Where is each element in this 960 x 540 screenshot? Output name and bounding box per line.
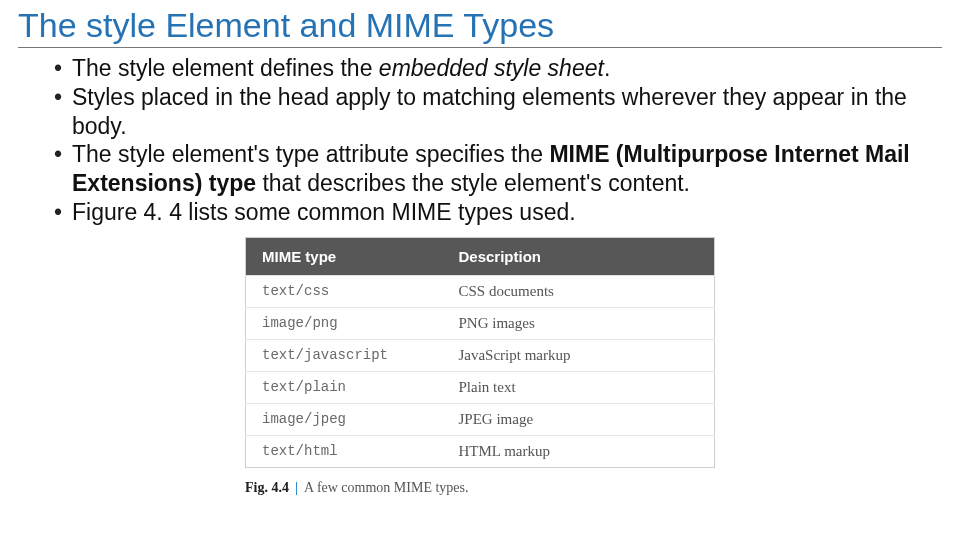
bullet-text: that describes the style element's conte…	[256, 170, 690, 196]
bullet-item: The style element's type attribute speci…	[54, 140, 942, 198]
table-header-row: MIME type Description	[246, 237, 715, 275]
desc-cell: PNG images	[442, 307, 714, 339]
desc-cell: JavaScript markup	[442, 339, 714, 371]
slide: The style Element and MIME Types The sty…	[0, 0, 960, 496]
mime-cell: image/jpeg	[246, 403, 443, 435]
caption-separator: |	[289, 480, 304, 495]
mime-cell: image/png	[246, 307, 443, 339]
mime-cell: text/javascript	[246, 339, 443, 371]
table-row: text/css CSS documents	[246, 275, 715, 307]
bullet-item: The style element defines the embedded s…	[54, 54, 942, 83]
mime-table: MIME type Description text/css CSS docum…	[245, 237, 715, 468]
bullet-list: The style element defines the embedded s…	[54, 54, 942, 227]
bullet-text: Styles placed in the head apply to match…	[72, 84, 907, 139]
desc-cell: CSS documents	[442, 275, 714, 307]
table-row: image/png PNG images	[246, 307, 715, 339]
bullet-text: Figure 4. 4 lists some common MIME types…	[72, 199, 576, 225]
desc-cell: JPEG image	[442, 403, 714, 435]
mime-cell: text/html	[246, 435, 443, 467]
mime-cell: text/plain	[246, 371, 443, 403]
figure-wrap: MIME type Description text/css CSS docum…	[18, 237, 942, 496]
bullet-text: The style element's type attribute speci…	[72, 141, 549, 167]
bullet-text: The style element defines the	[72, 55, 379, 81]
table-row: image/jpeg JPEG image	[246, 403, 715, 435]
caption-label: Fig. 4.4	[245, 480, 289, 495]
table-row: text/plain Plain text	[246, 371, 715, 403]
bullet-text: .	[604, 55, 610, 81]
bullet-item: Styles placed in the head apply to match…	[54, 83, 942, 141]
title-rule	[18, 47, 942, 48]
bullet-em: embedded style sheet	[379, 55, 604, 81]
caption-text: A few common MIME types.	[304, 480, 468, 495]
table-header: MIME type	[246, 237, 443, 275]
page-title: The style Element and MIME Types	[18, 6, 942, 45]
table-header: Description	[442, 237, 714, 275]
mime-cell: text/css	[246, 275, 443, 307]
desc-cell: Plain text	[442, 371, 714, 403]
figure-caption: Fig. 4.4|A few common MIME types.	[245, 480, 715, 496]
table-row: text/html HTML markup	[246, 435, 715, 467]
table-row: text/javascript JavaScript markup	[246, 339, 715, 371]
bullet-item: Figure 4. 4 lists some common MIME types…	[54, 198, 942, 227]
desc-cell: HTML markup	[442, 435, 714, 467]
figure: MIME type Description text/css CSS docum…	[245, 237, 715, 496]
